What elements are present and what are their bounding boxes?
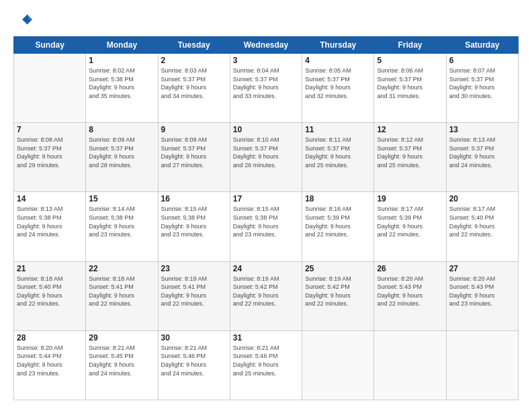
- day-number: 5: [377, 56, 443, 65]
- day-number: 2: [161, 56, 227, 65]
- day-info: Sunrise: 8:06 AM Sunset: 5:37 PM Dayligh…: [377, 66, 443, 100]
- day-number: 9: [161, 125, 227, 134]
- day-info: Sunrise: 8:09 AM Sunset: 5:37 PM Dayligh…: [161, 136, 227, 169]
- calendar-week-row: 28Sunrise: 8:20 AM Sunset: 5:44 PM Dayli…: [14, 330, 519, 400]
- weekday-header-sunday: Sunday: [14, 37, 86, 54]
- day-number: 8: [89, 125, 154, 134]
- day-info: Sunrise: 8:14 AM Sunset: 5:38 PM Dayligh…: [89, 205, 154, 238]
- day-info: Sunrise: 8:03 AM Sunset: 5:37 PM Dayligh…: [161, 66, 227, 100]
- calendar-cell: 9Sunrise: 8:09 AM Sunset: 5:37 PM Daylig…: [158, 123, 230, 192]
- day-number: 15: [89, 194, 154, 203]
- calendar-cell: 20Sunrise: 8:17 AM Sunset: 5:40 PM Dayli…: [446, 192, 518, 261]
- weekday-header-thursday: Thursday: [302, 37, 374, 54]
- weekday-header-saturday: Saturday: [446, 37, 518, 54]
- day-info: Sunrise: 8:15 AM Sunset: 5:38 PM Dayligh…: [233, 205, 299, 238]
- day-number: 29: [89, 333, 154, 342]
- day-info: Sunrise: 8:04 AM Sunset: 5:37 PM Dayligh…: [233, 66, 299, 100]
- day-info: Sunrise: 8:21 AM Sunset: 5:46 PM Dayligh…: [161, 344, 227, 377]
- weekday-header-row: SundayMondayTuesdayWednesdayThursdayFrid…: [14, 37, 519, 54]
- day-number: 18: [305, 194, 371, 203]
- day-number: 7: [17, 125, 83, 134]
- day-number: 6: [449, 56, 515, 65]
- header: [13, 11, 519, 30]
- weekday-header-tuesday: Tuesday: [158, 37, 230, 54]
- day-info: Sunrise: 8:19 AM Sunset: 5:42 PM Dayligh…: [233, 275, 299, 308]
- day-info: Sunrise: 8:19 AM Sunset: 5:42 PM Dayligh…: [305, 275, 371, 308]
- logo: [13, 11, 35, 30]
- calendar-week-row: 14Sunrise: 8:13 AM Sunset: 5:38 PM Dayli…: [14, 192, 519, 261]
- calendar-cell: [302, 330, 374, 400]
- day-number: 16: [161, 194, 227, 203]
- calendar-cell: [14, 54, 86, 123]
- calendar-cell: 21Sunrise: 8:18 AM Sunset: 5:40 PM Dayli…: [14, 261, 86, 330]
- weekday-header-wednesday: Wednesday: [230, 37, 302, 54]
- day-info: Sunrise: 8:18 AM Sunset: 5:40 PM Dayligh…: [17, 275, 83, 308]
- day-info: Sunrise: 8:10 AM Sunset: 5:37 PM Dayligh…: [233, 136, 299, 169]
- day-info: Sunrise: 8:20 AM Sunset: 5:43 PM Dayligh…: [377, 275, 443, 308]
- day-info: Sunrise: 8:05 AM Sunset: 5:37 PM Dayligh…: [305, 66, 371, 100]
- day-info: Sunrise: 8:08 AM Sunset: 5:37 PM Dayligh…: [17, 136, 83, 169]
- day-number: 14: [17, 194, 83, 203]
- calendar-cell: 13Sunrise: 8:13 AM Sunset: 5:37 PM Dayli…: [446, 123, 518, 192]
- weekday-header-monday: Monday: [86, 37, 158, 54]
- day-info: Sunrise: 8:18 AM Sunset: 5:41 PM Dayligh…: [89, 275, 154, 308]
- day-info: Sunrise: 8:21 AM Sunset: 5:46 PM Dayligh…: [233, 344, 299, 377]
- day-number: 23: [161, 264, 227, 273]
- day-number: 20: [449, 194, 515, 203]
- day-info: Sunrise: 8:17 AM Sunset: 5:39 PM Dayligh…: [377, 205, 443, 238]
- day-number: 26: [377, 264, 443, 273]
- day-number: 28: [17, 333, 83, 342]
- calendar-cell: 4Sunrise: 8:05 AM Sunset: 5:37 PM Daylig…: [302, 54, 374, 123]
- calendar-cell: 18Sunrise: 8:16 AM Sunset: 5:39 PM Dayli…: [302, 192, 374, 261]
- day-info: Sunrise: 8:13 AM Sunset: 5:37 PM Dayligh…: [449, 136, 515, 169]
- day-info: Sunrise: 8:12 AM Sunset: 5:37 PM Dayligh…: [377, 136, 443, 169]
- calendar-cell: [374, 330, 446, 400]
- calendar-cell: 22Sunrise: 8:18 AM Sunset: 5:41 PM Dayli…: [86, 261, 158, 330]
- day-number: 13: [449, 125, 515, 134]
- day-number: 22: [89, 264, 154, 273]
- day-number: 30: [161, 333, 227, 342]
- day-info: Sunrise: 8:09 AM Sunset: 5:37 PM Dayligh…: [89, 136, 154, 169]
- calendar-cell: 5Sunrise: 8:06 AM Sunset: 5:37 PM Daylig…: [374, 54, 446, 123]
- calendar-cell: 10Sunrise: 8:10 AM Sunset: 5:37 PM Dayli…: [230, 123, 302, 192]
- day-number: 4: [305, 56, 371, 65]
- calendar-cell: 2Sunrise: 8:03 AM Sunset: 5:37 PM Daylig…: [158, 54, 230, 123]
- day-number: 31: [233, 333, 299, 342]
- calendar-cell: 8Sunrise: 8:09 AM Sunset: 5:37 PM Daylig…: [86, 123, 158, 192]
- calendar-cell: 30Sunrise: 8:21 AM Sunset: 5:46 PM Dayli…: [158, 330, 230, 400]
- day-info: Sunrise: 8:20 AM Sunset: 5:43 PM Dayligh…: [449, 275, 515, 308]
- calendar-cell: 3Sunrise: 8:04 AM Sunset: 5:37 PM Daylig…: [230, 54, 302, 123]
- calendar-cell: 23Sunrise: 8:19 AM Sunset: 5:41 PM Dayli…: [158, 261, 230, 330]
- day-info: Sunrise: 8:02 AM Sunset: 5:38 PM Dayligh…: [89, 66, 154, 100]
- calendar-cell: 6Sunrise: 8:07 AM Sunset: 5:37 PM Daylig…: [446, 54, 518, 123]
- day-number: 24: [233, 264, 299, 273]
- calendar-week-row: 7Sunrise: 8:08 AM Sunset: 5:37 PM Daylig…: [14, 123, 519, 192]
- day-info: Sunrise: 8:20 AM Sunset: 5:44 PM Dayligh…: [17, 344, 83, 377]
- day-number: 3: [233, 56, 299, 65]
- logo-icon: [13, 11, 32, 30]
- calendar-cell: 25Sunrise: 8:19 AM Sunset: 5:42 PM Dayli…: [302, 261, 374, 330]
- calendar-cell: 24Sunrise: 8:19 AM Sunset: 5:42 PM Dayli…: [230, 261, 302, 330]
- calendar-cell: 19Sunrise: 8:17 AM Sunset: 5:39 PM Dayli…: [374, 192, 446, 261]
- day-info: Sunrise: 8:16 AM Sunset: 5:39 PM Dayligh…: [305, 205, 371, 238]
- calendar-cell: 26Sunrise: 8:20 AM Sunset: 5:43 PM Dayli…: [374, 261, 446, 330]
- day-info: Sunrise: 8:13 AM Sunset: 5:38 PM Dayligh…: [17, 205, 83, 238]
- day-number: 27: [449, 264, 515, 273]
- day-number: 19: [377, 194, 443, 203]
- day-number: 12: [377, 125, 443, 134]
- day-number: 10: [233, 125, 299, 134]
- calendar-cell: 7Sunrise: 8:08 AM Sunset: 5:37 PM Daylig…: [14, 123, 86, 192]
- day-number: 11: [305, 125, 371, 134]
- day-info: Sunrise: 8:17 AM Sunset: 5:40 PM Dayligh…: [449, 205, 515, 238]
- calendar-cell: [446, 330, 518, 400]
- calendar-cell: 1Sunrise: 8:02 AM Sunset: 5:38 PM Daylig…: [86, 54, 158, 123]
- day-info: Sunrise: 8:11 AM Sunset: 5:37 PM Dayligh…: [305, 136, 371, 169]
- calendar-cell: 28Sunrise: 8:20 AM Sunset: 5:44 PM Dayli…: [14, 330, 86, 400]
- day-number: 1: [89, 56, 154, 65]
- day-info: Sunrise: 8:19 AM Sunset: 5:41 PM Dayligh…: [161, 275, 227, 308]
- weekday-header-friday: Friday: [374, 37, 446, 54]
- calendar-cell: 17Sunrise: 8:15 AM Sunset: 5:38 PM Dayli…: [230, 192, 302, 261]
- page: SundayMondayTuesdayWednesdayThursdayFrid…: [0, 0, 532, 411]
- day-number: 21: [17, 264, 83, 273]
- calendar-cell: 31Sunrise: 8:21 AM Sunset: 5:46 PM Dayli…: [230, 330, 302, 400]
